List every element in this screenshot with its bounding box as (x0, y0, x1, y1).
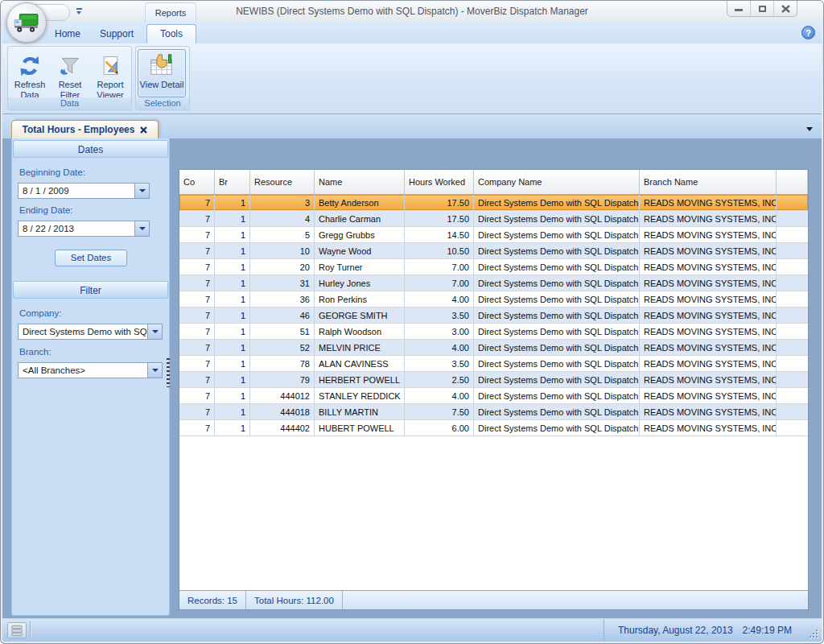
help-icon[interactable]: ? (801, 26, 815, 39)
cell: 1 (215, 340, 250, 355)
cell: Wayne Wood (315, 243, 405, 258)
cell: 79 (250, 372, 315, 387)
cell: HUBERT POWELL (315, 420, 405, 436)
ending-date-dropdown-icon[interactable] (134, 221, 149, 236)
cell: READS MOVING SYSTEMS, INC. (640, 356, 777, 371)
cell: READS MOVING SYSTEMS, INC. (640, 243, 777, 258)
statusbar-date: Thursday, August 22, 2013 (618, 625, 733, 636)
ribbon-tab-tools[interactable]: Tools (146, 24, 196, 43)
document-tab-total-hours-employees[interactable]: Total Hours - Employees (11, 120, 159, 138)
cell: 7 (179, 372, 215, 387)
cell: 444402 (250, 420, 315, 436)
column-header-name[interactable]: Name (315, 170, 405, 194)
column-header-resource[interactable]: Resource (250, 170, 315, 194)
ribbon-tab-support[interactable]: Support (93, 25, 141, 43)
app-window: Reports NEWIBS (Direct Systems Demo with… (0, 0, 824, 644)
table-row[interactable]: 7151Ralph Woodson3.00Direct Systems Demo… (179, 324, 808, 340)
document-tab-strip: Total Hours - Employees (2, 114, 822, 138)
cell: READS MOVING SYSTEMS, INC. (640, 211, 777, 226)
table-row[interactable]: 71444018BILLY MARTIN7.50Direct Systems D… (179, 404, 808, 420)
close-icon[interactable] (140, 126, 147, 134)
cell-filler (777, 259, 808, 275)
column-header-co[interactable]: Co (179, 170, 215, 194)
ribbon-tab-strip: Home Support Tools ? (2, 23, 822, 43)
cell: 6.00 (405, 420, 474, 436)
cell: Direct Systems Demo with SQL Dispatch (474, 356, 640, 371)
table-row[interactable]: 7146GEORGE SMITH3.50Direct Systems Demo … (179, 308, 808, 324)
close-button[interactable] (774, 1, 797, 16)
report-viewer-button[interactable]: ReportViewer (90, 49, 130, 97)
cell: READS MOVING SYSTEMS, INC. (640, 195, 777, 210)
close-icon (781, 5, 790, 13)
table-row[interactable]: 713Betty Anderson17.50Direct Systems Dem… (179, 195, 808, 211)
cell: 7.00 (405, 275, 474, 291)
reset-filter-button[interactable]: ResetFilter (51, 49, 89, 97)
cell-filler (777, 275, 808, 291)
records-count: Records: 15 (179, 591, 246, 609)
beginning-date-label: Beginning Date: (19, 167, 85, 177)
cell: 7 (179, 388, 215, 403)
grid-summary-bar: Records: 15 Total Hours: 112.00 (179, 590, 808, 609)
minimize-icon (735, 9, 743, 11)
view-detail-icon (149, 53, 175, 77)
cell: 7 (179, 227, 215, 242)
cell: MELVIN PRICE (315, 340, 405, 355)
cell-filler (777, 195, 808, 210)
cell: 51 (250, 324, 315, 339)
cell: Roy Turner (315, 259, 405, 275)
ending-date-field[interactable]: 8 / 22 / 2013 (18, 221, 150, 237)
cell: 3.50 (405, 308, 474, 323)
restore-button[interactable] (751, 1, 774, 16)
column-header-hours-worked[interactable]: Hours Worked (405, 170, 474, 194)
branch-select[interactable]: <All Branches> (18, 362, 163, 378)
set-dates-button[interactable]: Set Dates (55, 250, 127, 266)
column-header-company-name[interactable]: Company Name (474, 170, 640, 194)
cell: 3 (250, 195, 315, 210)
cell: 1 (215, 195, 250, 210)
application-menu-button[interactable] (6, 2, 47, 43)
table-row[interactable]: 714Charlie Carman17.50Direct Systems Dem… (179, 211, 808, 227)
ribbon-group-label-selection: Selection (136, 97, 189, 109)
sidebar-splitter-handle[interactable] (167, 358, 170, 387)
company-dropdown-icon[interactable] (147, 324, 162, 339)
column-header-filler (777, 170, 808, 194)
cell: 1 (215, 324, 250, 339)
cell-filler (777, 291, 808, 307)
quick-access-dropdown-icon[interactable] (75, 8, 83, 16)
cell-filler (777, 420, 808, 436)
ribbon-group-selection: View Detail Selection (135, 46, 190, 110)
cell: Direct Systems Demo with SQL Dispatch (474, 211, 640, 226)
branch-dropdown-icon[interactable] (147, 363, 162, 378)
column-header-br[interactable]: Br (215, 170, 250, 194)
content-area: Dates Beginning Date: 8 / 1 / 2009 Endin… (2, 138, 822, 618)
cell: 1 (215, 227, 250, 242)
column-header-branch-name[interactable]: Branch Name (640, 170, 777, 194)
table-row[interactable]: 715Gregg Grubbs14.50Direct Systems Demo … (179, 227, 808, 243)
dates-section-header: Dates (13, 140, 168, 158)
statusbar-separator (30, 621, 31, 638)
cell: 52 (250, 340, 315, 355)
cell: READS MOVING SYSTEMS, INC. (640, 420, 777, 436)
resize-grip[interactable] (810, 630, 818, 638)
database-status-button[interactable] (7, 622, 27, 638)
beginning-date-dropdown-icon[interactable] (134, 184, 149, 198)
table-row[interactable]: 7136Ron Perkins4.00Direct Systems Demo w… (179, 291, 808, 308)
table-row[interactable]: 71444012STANLEY REDDICK4.00Direct System… (179, 388, 808, 404)
titlebar: Reports NEWIBS (Direct Systems Demo with… (1, 1, 823, 23)
table-row[interactable]: 7152MELVIN PRICE4.00Direct Systems Demo … (179, 340, 808, 356)
table-row[interactable]: 7178ALAN CAVINESS3.50Direct Systems Demo… (179, 356, 808, 372)
table-row[interactable]: 71444402HUBERT POWELL6.00Direct Systems … (179, 420, 808, 436)
ribbon-tab-home[interactable]: Home (47, 25, 88, 43)
table-row[interactable]: 7120Roy Turner7.00Direct Systems Demo wi… (179, 259, 808, 275)
cell: 10.50 (405, 243, 474, 258)
beginning-date-field[interactable]: 8 / 1 / 2009 (18, 183, 150, 199)
tab-list-dropdown-icon[interactable] (806, 127, 813, 131)
company-select[interactable]: Direct Systems Demo with SQL D (18, 324, 163, 340)
view-detail-button[interactable]: View Detail (138, 49, 186, 97)
table-row[interactable]: 7110Wayne Wood10.50Direct Systems Demo w… (179, 243, 808, 259)
table-row[interactable]: 7131Hurley Jones7.00Direct Systems Demo … (179, 275, 808, 291)
refresh-data-button[interactable]: RefreshData (10, 49, 49, 97)
table-row[interactable]: 7179HERBERT POWELL2.50Direct Systems Dem… (179, 372, 808, 388)
minimize-button[interactable] (727, 1, 751, 16)
cell: READS MOVING SYSTEMS, INC. (640, 275, 777, 291)
